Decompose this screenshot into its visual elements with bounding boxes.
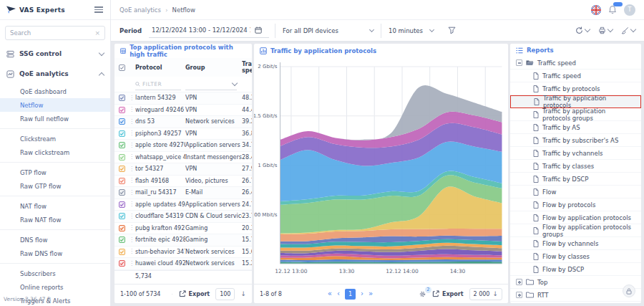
menu-toggle-icon[interactable] (93, 5, 104, 14)
drag-handle[interactable]: ⋮ (129, 249, 135, 254)
report-item-traffic-by-as[interactable]: Traffic by AS (510, 121, 641, 134)
table-row[interactable]: ⋮fortnite epic 49280Gaming15.7 (114, 234, 252, 247)
sidebar-item-clickstream[interactable]: Clickstream (0, 132, 110, 145)
row-checkbox[interactable] (119, 260, 125, 267)
drag-handle[interactable]: ⋮ (129, 178, 135, 183)
drag-handle[interactable]: ⋮ (129, 225, 135, 231)
column-header-traffic[interactable]: Traffic speed (242, 61, 252, 74)
sidebar-item-nat-flow[interactable]: NAT flow (0, 199, 110, 213)
drag-handle[interactable]: ⋮ (129, 130, 135, 136)
row-checkbox[interactable] (119, 107, 125, 113)
gear-icon[interactable] (172, 290, 172, 298)
row-checkbox[interactable] (119, 225, 125, 231)
row-checkbox[interactable] (119, 178, 125, 184)
table-row[interactable]: ⋮tor 54327VPN27.9 (114, 163, 252, 176)
sidebar-item-gtp-flow[interactable]: GTP flow (0, 166, 110, 179)
last-page-button[interactable]: » (369, 290, 373, 297)
column-header-group[interactable]: Group (185, 64, 242, 71)
report-item-flow[interactable]: Flow (510, 186, 641, 199)
table-row[interactable]: ⋮dns 53Network services39.2 (114, 116, 252, 128)
report-item-traffic-by-subscriber-s-as[interactable]: Traffic by subscriber's AS (510, 134, 641, 147)
row-checkbox[interactable] (119, 142, 125, 148)
collapse-box-icon[interactable] (516, 59, 522, 66)
table-row[interactable]: ⋮whatsapp_voice 4923Instant messengers28… (114, 152, 252, 164)
report-item-flow-by-vchannels[interactable]: Flow by vchannels (510, 237, 641, 250)
report-item-flow-by-application-protocols-groups[interactable]: Flow by application protocols groups (510, 224, 641, 237)
drag-handle[interactable]: ⋮ (129, 166, 135, 172)
sidebar-item-raw-full-netflow[interactable]: Raw full netflow (0, 112, 110, 125)
row-checkbox[interactable] (119, 118, 125, 125)
sidebar-item-online-reports[interactable]: Online reports (0, 280, 110, 294)
next-page-button[interactable]: › (361, 290, 364, 297)
sidebar-section-ssg-control[interactable]: SSG control (0, 44, 110, 63)
row-checkbox[interactable] (119, 166, 125, 172)
protocol-filter-input[interactable]: FILTER (135, 79, 181, 90)
expand-box-icon[interactable] (516, 292, 522, 298)
table-row[interactable]: ⋮stun-behavior 3478Network services15.6 (114, 247, 252, 259)
table-row[interactable]: ⋮lantern 54329VPN48.3 (114, 92, 252, 105)
filter-funnel-icon[interactable] (448, 27, 456, 34)
row-checkbox[interactable] (119, 236, 125, 243)
group-filter-select[interactable] (185, 79, 237, 90)
row-checkbox[interactable] (119, 213, 125, 219)
period-range-field[interactable] (149, 24, 269, 38)
sidebar-item-subscribers[interactable]: Subscribers (0, 267, 110, 280)
report-item-traffic-by-classes[interactable]: Traffic by classes (510, 160, 641, 173)
report-item-flow-by-protocols[interactable]: Flow by protocols (510, 199, 641, 211)
row-checkbox[interactable] (119, 189, 125, 196)
print-menu-button[interactable] (598, 27, 613, 34)
drag-handle[interactable]: ⋮ (129, 107, 135, 113)
avatar[interactable]: T (624, 4, 635, 16)
drag-handle[interactable]: ⋮ (129, 261, 135, 267)
table-row[interactable]: ⋮psiphon3 49257VPN36.8 (114, 128, 252, 140)
sidebar-item-raw-clickstream[interactable]: Raw clickstream (0, 145, 110, 159)
chart-export-button[interactable]: Export (432, 290, 464, 297)
row-checkbox[interactable] (119, 130, 125, 137)
sidebar-search[interactable]: × (5, 26, 105, 40)
reports-group-traffic-speed[interactable]: Traffic speed (510, 57, 641, 70)
drag-handle[interactable]: ⋮ (129, 95, 135, 101)
prev-page-button[interactable]: ‹ (337, 290, 340, 297)
sidebar-section-qoe-analytics[interactable]: QoE analytics (0, 64, 110, 83)
table-row[interactable]: ⋮cloudflare 54319CDN & Cloud services23.… (114, 211, 252, 223)
drag-handle[interactable]: ⋮ (129, 190, 135, 196)
sidebar-item-qoe-dashboard[interactable]: QoE dashboard (0, 85, 110, 98)
current-page-button[interactable]: 1 (345, 289, 356, 300)
report-item-traffic-speed[interactable]: Traffic speed (510, 70, 641, 82)
row-checkbox[interactable] (119, 249, 125, 255)
reports-group-rtt[interactable]: RTT (510, 289, 641, 302)
drag-handle[interactable]: ⋮ (129, 143, 135, 148)
refresh-menu-button[interactable] (575, 27, 590, 34)
first-page-button[interactable]: « (328, 290, 332, 297)
table-row[interactable]: ⋮flash 49168Video, pictures26.7 (114, 176, 252, 188)
notifications-button[interactable] (608, 5, 617, 14)
sidebar-item-dns-flow[interactable]: DNS flow (0, 233, 110, 247)
sidebar-item-raw-gtp-flow[interactable]: Raw GTP flow (0, 179, 110, 193)
download-arrow-icon[interactable]: ↓ (240, 290, 246, 297)
sidebar-item-raw-dns-flow[interactable]: Raw DNS flow (0, 247, 110, 260)
table-row[interactable]: ⋮apple updates 49272Application servers2… (114, 199, 252, 211)
report-item-traffic-by-dscp[interactable]: Traffic by DSCP (510, 173, 641, 186)
dpi-device-select[interactable]: For all DPI devices (275, 24, 381, 38)
drag-handle[interactable]: ⋮ (129, 201, 135, 207)
drag-handle[interactable]: ⋮ (129, 237, 135, 243)
report-item-traffic-by-vchannels[interactable]: Traffic by vchannels (510, 147, 641, 160)
drag-handle[interactable]: ⋮ (129, 119, 135, 125)
search-input[interactable] (10, 29, 94, 37)
row-checkbox[interactable] (119, 154, 125, 161)
language-flag-icon[interactable] (591, 5, 601, 15)
chart-settings-button[interactable]: 2 (419, 290, 426, 298)
reports-group-top[interactable]: Top (510, 276, 641, 289)
chart-page-size-select[interactable]: 2 000↓ (469, 288, 502, 300)
search-clear-icon[interactable]: × (94, 29, 100, 37)
sidebar-item-raw-nat-flow[interactable]: Raw NAT flow (0, 213, 110, 226)
table-row[interactable]: ⋮mail_ru 54317E-Mail26.4 (114, 187, 252, 199)
row-checkbox[interactable] (119, 95, 125, 101)
table-row[interactable]: ⋮huawei cloud 49276Network services15.2 (114, 258, 252, 270)
table-row[interactable]: ⋮apple store 49270Application servers34.… (114, 140, 252, 152)
interval-select[interactable]: 10 minutes (381, 24, 441, 38)
style-menu-button[interactable] (621, 27, 635, 34)
report-item-flow-by-classes[interactable]: Flow by classes (510, 250, 641, 263)
table-export-button[interactable]: Export (179, 290, 210, 297)
calendar-icon[interactable] (255, 27, 262, 34)
